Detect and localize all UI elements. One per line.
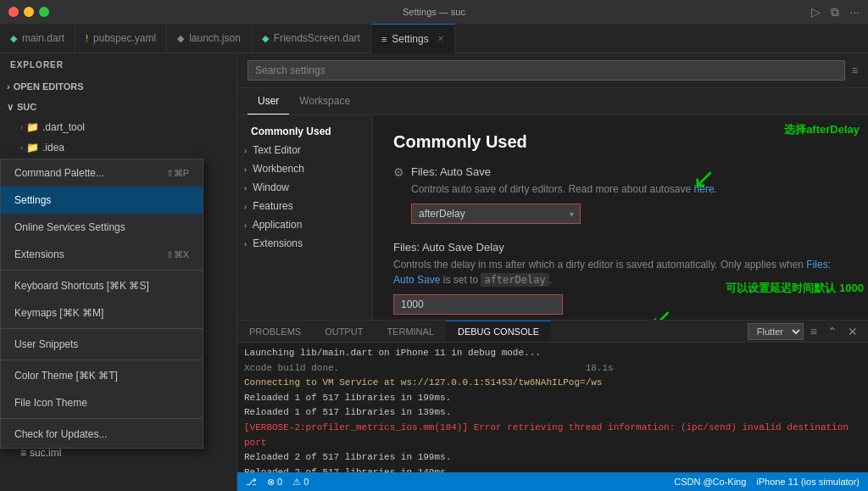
context-menu: Command Palette... ⇧⌘P Settings Online S…	[0, 159, 203, 449]
log-line: Reloaded 1 of 517 libraries in 139ms.	[244, 405, 861, 421]
autosave-select[interactable]: off afterDelay onFocusChange onWindowCha…	[411, 204, 581, 224]
open-editors-section[interactable]: › OPEN EDITORS	[0, 76, 236, 97]
menu-label: Keyboard Shortcuts [⌘K ⌘S]	[14, 276, 149, 295]
log-line: Reloaded 2 of 517 libraries in 199ms.	[244, 450, 861, 466]
log-line: Xcode build done. 18.1s	[244, 361, 861, 377]
nav-arrow-icon: ›	[244, 147, 247, 155]
tab-output[interactable]: OUTPUT	[313, 321, 375, 342]
flutter-select[interactable]: Flutter	[748, 323, 804, 340]
tab-settings[interactable]: ≡ Settings ✕	[371, 24, 455, 53]
context-separator3	[1, 360, 203, 360]
log-line: Launching lib/main.dart on iPhone 11 in …	[244, 346, 861, 361]
context-item-extensions[interactable]: Extensions ⇧⌘X	[1, 241, 203, 268]
csdn-label: CSDN @Co-King	[674, 477, 746, 487]
log-line: [VERBOSE-2:profiler_metrics_ios.mm(184)]…	[244, 421, 861, 450]
tab-pubspec-yaml[interactable]: ! pubspec.yaml	[75, 24, 167, 53]
tab-main-dart[interactable]: ◆ main.dart	[0, 24, 75, 53]
split-editor-icon[interactable]: ⧉	[831, 5, 839, 20]
yaml-file-icon: !	[86, 33, 88, 43]
nav-commonly-used[interactable]: Commonly Used	[237, 122, 372, 141]
nav-features[interactable]: › Features	[237, 197, 372, 215]
settings-nav: Commonly Used › Text Editor › Workbench …	[237, 115, 373, 320]
tab-workspace[interactable]: Workspace	[289, 88, 360, 114]
log-line: Reloaded 1 of 517 libraries in 199ms.	[244, 391, 861, 406]
git-branch-icon: ⎇	[246, 477, 257, 488]
nav-workbench[interactable]: › Workbench	[237, 159, 372, 178]
menu-label: Color Theme [⌘K ⌘T]	[14, 366, 118, 385]
tab-launch-json[interactable]: ◆ launch.json	[167, 24, 252, 53]
nav-application[interactable]: › Application	[237, 215, 372, 234]
autosave-link[interactable]: here	[694, 183, 715, 195]
context-separator	[1, 270, 203, 271]
tabs-bar: ◆ main.dart ! pubspec.yaml ◆ launch.json…	[0, 24, 868, 53]
tab-label: FriendsScreen.dart	[274, 32, 360, 44]
open-editors-label: OPEN EDITORS	[14, 78, 84, 95]
warning-count: ⚠ 0	[292, 477, 309, 488]
context-item-file-icon-theme[interactable]: File Icon Theme	[1, 389, 203, 416]
run-icon[interactable]: ▷	[811, 5, 821, 19]
maximize-button[interactable]	[39, 7, 49, 17]
settings-list-icon: ≡	[852, 64, 858, 76]
tab-close-icon[interactable]: ✕	[437, 34, 444, 43]
tab-problems[interactable]: PROBLEMS	[237, 321, 313, 342]
nav-window[interactable]: › Window	[237, 178, 372, 197]
dart-file-icon2: ◆	[262, 33, 269, 44]
sidebar-item-dart-tool[interactable]: › 📁 .dart_tool	[0, 117, 236, 137]
item-label: .dart_tool	[42, 119, 85, 136]
context-item-online-services[interactable]: Online Services Settings	[1, 214, 203, 241]
close-button[interactable]	[8, 7, 19, 17]
autosave-delay-input[interactable]	[393, 294, 563, 315]
settings-file-icon: ≡	[381, 34, 387, 44]
context-item-color-theme[interactable]: Color Theme [⌘K ⌘T]	[1, 362, 203, 389]
panel-close-icon[interactable]: ✕	[844, 323, 861, 340]
context-item-user-snippets[interactable]: User Snippets	[1, 331, 203, 358]
menu-label: Extensions	[14, 245, 64, 264]
tab-terminal[interactable]: TERMINAL	[375, 321, 446, 342]
window-title: Settings — suc	[403, 7, 465, 17]
autosave-delay-desc: Controls the delay in ms after which a d…	[393, 257, 848, 287]
more-actions-icon[interactable]: ···	[849, 5, 860, 19]
tab-label: launch.json	[189, 32, 241, 44]
arrow-icon: ›	[7, 78, 10, 95]
setting-autosave: ⚙ Files: Auto Save Controls auto save of…	[393, 165, 848, 224]
context-item-command-palette[interactable]: Command Palette... ⇧⌘P	[1, 159, 203, 187]
panel-menu-icon[interactable]: ≡	[807, 323, 821, 340]
context-item-settings[interactable]: Settings	[1, 187, 203, 214]
shortcut-label: ⇧⌘P	[166, 164, 189, 182]
nav-arrow-icon: ›	[244, 165, 247, 174]
context-item-check-updates[interactable]: Check for Updates...	[1, 421, 203, 448]
folder-icon: 📁	[26, 139, 39, 156]
autosave-delay-label: Files: Auto Save Delay	[393, 241, 848, 254]
context-item-keymaps[interactable]: Keymaps [⌘K ⌘M]	[1, 299, 203, 326]
minimize-button[interactable]	[24, 7, 34, 17]
nav-arrow-icon: ›	[244, 240, 247, 248]
dart-file-icon: ◆	[10, 33, 17, 44]
nav-text-editor[interactable]: › Text Editor	[237, 141, 372, 159]
nav-arrow-icon: ›	[244, 203, 247, 211]
sidebar-item-idea[interactable]: › 📁 .idea	[0, 137, 236, 158]
context-item-keyboard-shortcuts[interactable]: Keyboard Shortcuts [⌘K ⌘S]	[1, 272, 203, 299]
setting-autosave-delay: Files: Auto Save Delay Controls the dela…	[393, 241, 848, 315]
settings-body: Commonly Used › Text Editor › Workbench …	[237, 115, 868, 320]
shortcut-label: ⇧⌘X	[166, 245, 189, 264]
menu-label: Online Services Settings	[14, 218, 125, 237]
explorer-header: EXPLORER	[0, 53, 236, 76]
context-separator4	[1, 418, 203, 419]
tab-friends-screen[interactable]: ◆ FriendsScreen.dart	[252, 24, 371, 53]
nav-arrow-icon: ›	[244, 184, 247, 192]
settings-section-title: Commonly Used	[393, 132, 848, 152]
panel-expand-icon[interactable]: ⌃	[824, 323, 841, 340]
autosave-label: Files: Auto Save	[411, 165, 717, 178]
menu-label: Keymaps [⌘K ⌘M]	[14, 304, 103, 322]
titlebar-actions: ▷ ⧉ ···	[811, 5, 860, 20]
search-input[interactable]	[248, 60, 845, 81]
window-controls[interactable]	[8, 7, 49, 17]
main-layout: EXPLORER › OPEN EDITORS ∨ SUC › 📁 .dart_…	[0, 53, 868, 491]
tab-debug-console[interactable]: DEBUG CONSOLE	[446, 321, 551, 342]
gear-icon[interactable]: ⚙	[393, 165, 404, 179]
nav-extensions[interactable]: › Extensions	[237, 234, 372, 253]
settings-tabs: User Workspace	[237, 88, 868, 115]
tab-user[interactable]: User	[248, 88, 289, 114]
bottom-panel: PROBLEMS OUTPUT TERMINAL DEBUG CONSOLE F…	[237, 320, 868, 472]
project-section[interactable]: ∨ SUC	[0, 97, 236, 117]
